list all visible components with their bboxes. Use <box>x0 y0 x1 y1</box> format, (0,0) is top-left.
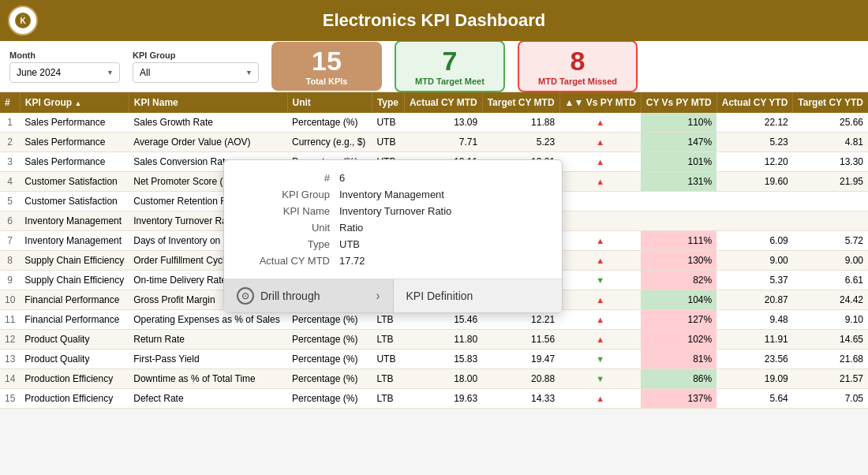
cell-tgt-ytd: 25.66 <box>793 113 868 133</box>
month-label: Month <box>9 50 120 60</box>
cell-arrow: ▲ <box>559 251 641 271</box>
col-header-type[interactable]: Type <box>372 92 404 113</box>
cell-tgt-ytd: 24.42 <box>793 290 868 310</box>
col-header-unit[interactable]: Unit <box>287 92 372 113</box>
cell-group: Inventory Management <box>20 231 129 251</box>
total-kpi-number: 15 <box>290 47 363 76</box>
cell-act-ytd: 5.37 <box>716 271 793 290</box>
cell-tgt-mtd: 11.56 <box>482 330 559 350</box>
cell-vs-pct <box>641 192 716 211</box>
table-row[interactable]: 15 Production Efficiency Defect Rate Per… <box>0 389 868 409</box>
cell-group: Product Quality <box>20 330 129 350</box>
cell-tgt-mtd: 14.33 <box>482 389 559 409</box>
tooltip-popup: # 6 KPI Group Inventory Management KPI N… <box>223 159 563 313</box>
cell-vs-pct: 86% <box>641 369 716 389</box>
cell-tgt-ytd: 7.05 <box>793 389 868 409</box>
cell-group: Production Efficiency <box>20 369 129 389</box>
cell-tgt-ytd <box>793 211 868 231</box>
table-row[interactable]: 1 Sales Performance Sales Growth Rate Pe… <box>0 113 868 133</box>
drill-through-button[interactable]: ⊙ Drill through › <box>224 279 393 312</box>
meet-kpi-label: MTD Target Meet <box>415 77 485 86</box>
cell-tgt-ytd: 9.00 <box>793 251 868 271</box>
cell-tgt-ytd: 4.81 <box>793 133 868 152</box>
cell-tgt-ytd: 6.61 <box>793 271 868 290</box>
cell-group: Product Quality <box>20 350 129 369</box>
cell-num: 3 <box>0 152 20 172</box>
col-header-vs-py-arrow[interactable]: ▲▼ Vs PY MTD <box>559 92 641 113</box>
cell-num: 13 <box>0 350 20 369</box>
cell-unit: Percentage (%) <box>287 389 372 409</box>
cell-vs-pct <box>641 211 716 231</box>
cell-num: 15 <box>0 389 20 409</box>
tooltip-actual-key: Actual CY MTD <box>237 255 339 267</box>
cell-num: 8 <box>0 251 20 271</box>
col-header-tgt-ytd[interactable]: Target CY YTD <box>793 92 868 113</box>
cell-type: LTB <box>372 389 404 409</box>
cell-arrow: ▲ <box>559 152 641 172</box>
cell-unit: Percentage (%) <box>287 113 372 133</box>
kpi-card-meet: 7 MTD Target Meet <box>395 40 505 92</box>
col-header-num[interactable]: # <box>0 92 20 113</box>
cell-unit: Currency (e.g., $) <box>287 133 372 152</box>
cell-group: Sales Performance <box>20 152 129 172</box>
col-header-name[interactable]: KPI Name <box>129 92 287 113</box>
cell-arrow: ▲ <box>559 290 641 310</box>
cell-num: 4 <box>0 172 20 192</box>
chevron-right-icon: › <box>376 289 380 303</box>
month-filter-group: Month June 2024 <box>9 50 120 83</box>
cell-act-ytd <box>716 192 793 211</box>
cell-arrow: ▼ <box>559 350 641 369</box>
cell-tgt-mtd: 5.23 <box>482 133 559 152</box>
table-row[interactable]: 14 Production Efficiency Downtime as % o… <box>0 369 868 389</box>
kpi-group-select[interactable]: All Sales Performance Customer Satisfact… <box>133 62 259 83</box>
cell-vs-pct: 131% <box>641 172 716 192</box>
table-row[interactable]: 13 Product Quality First-Pass Yield Perc… <box>0 350 868 369</box>
table-row[interactable]: 12 Product Quality Return Rate Percentag… <box>0 330 868 350</box>
cell-type: LTB <box>372 369 404 389</box>
table-container: # KPI Group ▲ KPI Name Unit Type Actual … <box>0 92 868 475</box>
cell-arrow: ▲ <box>559 389 641 409</box>
cell-arrow: ▼ <box>559 369 641 389</box>
kpi-definition-label: KPI Definition <box>406 290 473 302</box>
cell-name: Downtime as % of Total Time <box>129 369 287 389</box>
cell-act-mtd: 19.63 <box>404 389 482 409</box>
tooltip-type-val: UTB <box>339 238 549 250</box>
kpi-card-missed: 8 MTD Target Missed <box>518 40 638 92</box>
missed-kpi-label: MTD Target Missed <box>538 77 617 86</box>
cell-group: Customer Satisfaction <box>20 172 129 192</box>
cell-vs-pct: 110% <box>641 113 716 133</box>
col-header-group[interactable]: KPI Group ▲ <box>20 92 129 113</box>
cell-arrow: ▲ <box>559 133 641 152</box>
tooltip-name-val: Inventory Turnover Ratio <box>339 205 549 217</box>
cell-type: LTB <box>372 330 404 350</box>
tooltip-num-val: 6 <box>339 172 549 184</box>
cell-name: Sales Growth Rate <box>129 113 287 133</box>
col-header-act-ytd[interactable]: Actual CY YTD <box>716 92 793 113</box>
col-header-vs-py-pct[interactable]: CY Vs PY MTD <box>641 92 716 113</box>
cell-arrow <box>559 211 641 231</box>
missed-kpi-number: 8 <box>538 47 617 76</box>
cell-num: 7 <box>0 231 20 251</box>
kpi-definition-button[interactable]: KPI Definition <box>393 279 563 312</box>
cell-act-ytd: 23.56 <box>716 350 793 369</box>
cell-act-ytd: 5.23 <box>716 133 793 152</box>
table-row[interactable]: 2 Sales Performance Average Order Value … <box>0 133 868 152</box>
cell-vs-pct: 137% <box>641 389 716 409</box>
col-header-act-mtd[interactable]: Actual CY MTD <box>404 92 482 113</box>
cell-vs-pct: 111% <box>641 231 716 251</box>
cell-num: 10 <box>0 290 20 310</box>
cell-vs-pct: 81% <box>641 350 716 369</box>
month-select[interactable]: June 2024 <box>9 62 120 83</box>
cell-vs-pct: 104% <box>641 290 716 310</box>
col-header-tgt-mtd[interactable]: Target CY MTD <box>482 92 559 113</box>
cell-act-ytd: 19.09 <box>716 369 793 389</box>
cell-tgt-ytd: 21.68 <box>793 350 868 369</box>
tooltip-unit-val: Ratio <box>339 222 549 234</box>
cell-group: Supply Chain Efficiency <box>20 271 129 290</box>
tooltip-type-key: Type <box>237 238 339 250</box>
cell-group: Financial Performance <box>20 310 129 330</box>
cell-act-mtd: 11.80 <box>404 330 482 350</box>
cell-act-ytd: 20.87 <box>716 290 793 310</box>
cell-tgt-ytd: 13.30 <box>793 152 868 172</box>
cell-num: 1 <box>0 113 20 133</box>
